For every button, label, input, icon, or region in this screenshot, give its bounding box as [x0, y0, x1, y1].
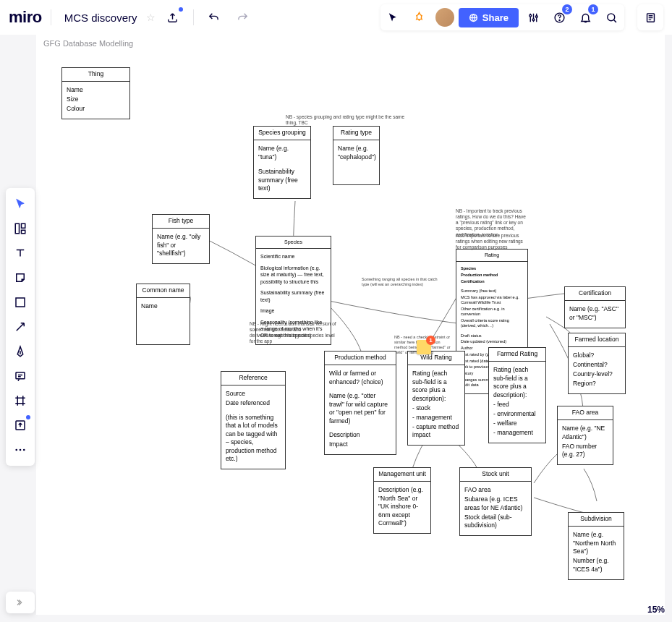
entity-subdivision[interactable]: Subdivision Name (e.g. "Northern North S… — [568, 512, 624, 580]
attr: Biological information (e.g. size at mat… — [260, 265, 326, 285]
entity-farmed-rating[interactable]: Farmed Rating Rating (each sub-field is … — [488, 347, 546, 443]
note: Something ranging all species in that ca… — [362, 277, 441, 287]
svg-point-3 — [535, 15, 537, 17]
svg-point-2 — [532, 18, 535, 20]
attr: Size — [67, 95, 125, 103]
bell-badge: 1 — [588, 4, 598, 14]
attr: Continental? — [573, 361, 621, 369]
attr: Name (e.g. "Northern North Sea") — [573, 531, 619, 555]
miro-logo: miro — [9, 8, 42, 27]
expand-toolbar-icon[interactable] — [6, 592, 35, 613]
cursor-team-icon[interactable] — [382, 6, 405, 29]
attr: Name (e.g. "otter trawl" for wild captur… — [329, 392, 391, 425]
undo-icon[interactable] — [203, 6, 226, 29]
reactions-icon[interactable] — [408, 6, 431, 29]
zoom-level[interactable]: 15% — [647, 605, 665, 615]
attr: - welfare — [493, 419, 541, 427]
entity-common-name[interactable]: Common name Name — [136, 284, 190, 345]
svg-point-6 — [607, 13, 614, 20]
entity-title: Stock unit — [460, 468, 531, 482]
help-icon[interactable]: 2 — [548, 6, 571, 29]
attr: FAO area — [464, 486, 527, 494]
entity-title: Fish type — [153, 215, 209, 229]
attr: (this is something that a lot of models … — [226, 414, 281, 464]
entity-management-unit[interactable]: Management unit Description (e.g. "North… — [373, 467, 431, 534]
settings-icon[interactable] — [522, 6, 545, 29]
svg-rect-11 — [16, 298, 25, 307]
board-name[interactable]: MCS discovery — [64, 12, 137, 24]
entity-title: Species grouping — [254, 127, 310, 140]
text-tool[interactable] — [9, 242, 32, 265]
toolbar — [6, 188, 35, 466]
share-label: Share — [482, 12, 509, 23]
attr: Impact — [329, 440, 391, 448]
share-button[interactable]: Share — [459, 8, 519, 27]
notes-icon[interactable] — [637, 4, 663, 30]
svg-point-14 — [15, 449, 17, 451]
attr: Name (e.g. "ASC" or "MSC") — [569, 305, 621, 322]
entity-wild-rating[interactable]: Wild Rating Rating (each sub-field is a … — [407, 351, 465, 446]
entity-title: Subdivision — [569, 513, 624, 527]
search-icon[interactable] — [600, 6, 623, 29]
attr: Name (e.g. "cephalopod") — [338, 145, 375, 161]
entity-species-grouping[interactable]: Species grouping Name (e.g. "tuna") Sust… — [253, 126, 311, 199]
entity-thing[interactable]: Thing Name Size Colour — [61, 67, 130, 119]
note: Also important to see previous ratings w… — [456, 233, 524, 250]
entity-certification[interactable]: Certification Name (e.g. "ASC" or "MSC") — [564, 286, 626, 328]
select-tool[interactable] — [9, 192, 32, 216]
entity-title: Reference — [221, 372, 285, 385]
entity-production-method[interactable]: Production method Wild or farmed or enha… — [324, 351, 396, 455]
help-badge: 2 — [562, 4, 572, 14]
bell-icon[interactable]: 1 — [574, 6, 597, 29]
shape-tool[interactable] — [9, 291, 32, 314]
attr: - management — [412, 414, 460, 422]
star-icon[interactable]: ☆ — [146, 12, 156, 23]
svg-rect-9 — [22, 223, 25, 228]
entity-title: Management unit — [374, 468, 430, 482]
attr: Other certification e.g. in conversion — [461, 307, 523, 318]
entity-stock-unit[interactable]: Stock unit FAO area Subarea (e.g. ICES a… — [459, 467, 532, 536]
svg-point-15 — [20, 449, 22, 451]
attr: Country-level? — [573, 370, 621, 378]
frame-tool[interactable] — [9, 389, 32, 412]
attr: Colour — [67, 105, 125, 113]
entity-reference[interactable]: Reference Source Date referenced (this i… — [221, 371, 286, 469]
attr: Production method — [461, 273, 523, 278]
arrow-tool[interactable] — [9, 315, 32, 338]
export-icon[interactable] — [161, 6, 184, 29]
sticky-tool[interactable] — [9, 266, 32, 289]
attr: Image — [260, 307, 326, 314]
entity-fish-type[interactable]: Fish type Name (e.g. "oily fish" or "she… — [152, 214, 210, 264]
svg-rect-10 — [22, 230, 25, 234]
entity-fao-area[interactable]: FAO area Name (e.g. "NE Atlantic") FAO n… — [557, 406, 613, 465]
upload-tool[interactable] — [9, 414, 32, 437]
redo-icon[interactable] — [231, 6, 255, 29]
entity-title: FAO area — [558, 406, 613, 420]
attr: Name (e.g. "oily fish" or "shellfish") — [157, 233, 205, 257]
attr: Name (e.g. "tuna") — [258, 145, 306, 161]
user-avatar[interactable] — [434, 7, 456, 28]
entity-title: Farmed location — [569, 333, 625, 347]
more-tool[interactable] — [9, 438, 32, 461]
canvas-frame[interactable]: GFG Database Modelling Thing Name Size C… — [36, 35, 665, 615]
attr: Global? — [573, 352, 621, 359]
comment-tool[interactable] — [9, 365, 32, 388]
attr: Rating (each sub-field is a score plus a… — [493, 366, 541, 399]
sticky-comment[interactable]: 1 — [417, 340, 431, 354]
templates-tool[interactable] — [9, 217, 32, 240]
entity-rating-type[interactable]: Rating type Name (e.g. "cephalopod") — [333, 126, 380, 185]
entity-title: Farmed Rating — [489, 348, 545, 362]
attr: Sustainability summary (free text) — [260, 289, 326, 303]
entity-title: Production method — [325, 352, 396, 365]
pen-tool[interactable] — [9, 340, 32, 363]
attr: Scientific name — [260, 253, 326, 260]
attr: Name (e.g. "NE Atlantic") — [562, 425, 608, 441]
attr: Summary (free text) — [461, 289, 523, 294]
attr: Source — [226, 390, 281, 398]
entity-farmed-location[interactable]: Farmed location Global? Continental? Cou… — [568, 333, 626, 394]
attr: FAO number (e.g. 27) — [562, 443, 608, 459]
attr: MCS has approved via label e.g. Cornwall… — [461, 295, 523, 306]
attr: - stock — [412, 404, 460, 412]
attr: Description — [329, 431, 391, 439]
attr: Draft status — [461, 333, 523, 338]
